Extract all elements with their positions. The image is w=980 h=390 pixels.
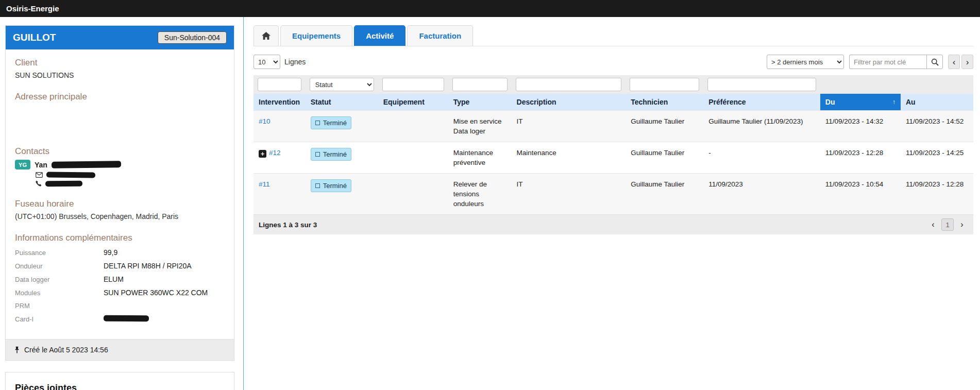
cell-status: Terminé — [306, 174, 378, 215]
cell-au: 11/09/2023 - 14:25 — [901, 142, 973, 174]
sort-asc-icon: ↑ — [892, 98, 895, 106]
prev-period-button[interactable]: ‹ — [948, 55, 960, 69]
solution-reference-badge: Sun-Solution-004 — [158, 31, 227, 44]
info-value: 99,9 — [104, 248, 117, 257]
cell-equipment — [378, 174, 448, 215]
info-value: SUN POWER 360WC X22 COM — [104, 289, 208, 297]
address-empty — [15, 105, 225, 134]
filter-au-empty — [901, 75, 973, 94]
client-card-footer: Créé le Août 5 2023 14:56 — [6, 339, 234, 360]
status-label: Terminé — [323, 149, 347, 159]
cell-description: IT — [512, 174, 626, 215]
tab-activite[interactable]: Activité — [354, 25, 405, 46]
col-statut[interactable]: Statut — [306, 94, 378, 111]
cell-description: IT — [512, 111, 626, 142]
status-badge: Terminé — [311, 148, 351, 161]
attachments-title: Pièces jointes — [15, 383, 225, 390]
main-content: Equipements Activité Facturation 10 Lign… — [254, 17, 973, 234]
additional-info-heading: Informations complémentaires — [15, 233, 225, 243]
filter-technician-input[interactable] — [630, 78, 699, 91]
app-title: Osiris-Energie — [6, 4, 59, 13]
contact-email-line[interactable] — [36, 172, 225, 178]
status-square-icon — [315, 152, 320, 157]
col-intervention[interactable]: Intervention — [254, 94, 306, 111]
tab-facturation[interactable]: Facturation — [407, 25, 473, 46]
cell-type: Mise en service Data loger — [448, 111, 512, 142]
info-label: PRM — [15, 302, 104, 310]
app-title-bar: Osiris-Energie — [0, 0, 980, 17]
cell-intervention: #10 — [254, 111, 306, 142]
filter-intervention-input[interactable] — [258, 78, 301, 91]
interventions-table: Statut Intervention Statut Equipement Ty… — [254, 75, 973, 214]
cell-intervention: #11 — [254, 174, 306, 215]
keyword-search-group — [849, 55, 943, 69]
page-layout: GUILLOT Sun-Solution-004 Client SUN SOLU… — [0, 17, 980, 390]
col-type[interactable]: Type — [448, 94, 512, 111]
col-description[interactable]: Description — [512, 94, 626, 111]
redacted-contact-phone — [45, 180, 82, 186]
intervention-link[interactable]: #11 — [259, 180, 270, 188]
cell-status: Terminé — [306, 111, 378, 142]
tab-equipements[interactable]: Equipements — [280, 25, 352, 46]
filter-preference-input[interactable] — [707, 78, 816, 91]
cell-type: Relever de tensions onduleurs — [448, 174, 512, 215]
table-row: #10TerminéMise en service Data logerITGu… — [254, 111, 973, 142]
keyword-filter-input[interactable] — [849, 55, 926, 69]
cell-technician: Guillaume Taulier — [626, 142, 703, 174]
next-page-button[interactable]: › — [956, 218, 968, 231]
status-square-icon — [315, 121, 320, 125]
table-body: Statut Intervention Statut Equipement Ty… — [254, 75, 973, 214]
intervention-link[interactable]: #12 — [269, 149, 281, 157]
table-row: +#12TerminéMaintenance préventiveMainten… — [254, 142, 973, 174]
info-row: PRM — [15, 302, 225, 310]
client-card-header: GUILLOT Sun-Solution-004 — [6, 26, 234, 49]
contact-phone-line[interactable] — [36, 180, 225, 186]
next-period-button[interactable]: › — [961, 55, 973, 69]
period-pager: ‹ › — [948, 55, 973, 69]
cell-preference: 11/09/2023 — [703, 174, 820, 215]
col-au[interactable]: Au — [901, 94, 973, 111]
client-card: GUILLOT Sun-Solution-004 Client SUN SOLU… — [5, 25, 234, 361]
intervention-link[interactable]: #10 — [259, 117, 271, 125]
address-heading: Adresse principale — [15, 92, 225, 102]
redacted-contact-name — [52, 161, 121, 168]
client-name: SUN SOLUTIONS — [15, 71, 225, 79]
filter-type-input[interactable] — [452, 78, 508, 91]
info-label: Data logger — [15, 276, 104, 283]
page-1-button[interactable]: 1 — [941, 218, 954, 231]
contacts-heading: Contacts — [15, 146, 225, 157]
col-du[interactable]: Du ↑ — [820, 94, 901, 111]
filter-du-empty — [820, 75, 901, 94]
filter-description-input[interactable] — [516, 78, 622, 91]
pin-icon — [14, 346, 20, 354]
panel-divider[interactable] — [243, 17, 244, 390]
client-card-title: GUILLOT — [13, 32, 56, 43]
redacted-contact-email — [46, 172, 95, 178]
tab-home[interactable] — [254, 25, 279, 46]
cell-preference: - — [703, 142, 820, 174]
prev-page-button[interactable]: ‹ — [927, 218, 939, 231]
col-du-label: Du — [825, 98, 835, 106]
col-technicien[interactable]: Technicien — [626, 94, 703, 111]
info-row: Data loggerELUM — [15, 275, 225, 283]
info-label: Modules — [15, 289, 104, 297]
search-button[interactable] — [926, 55, 943, 69]
rows-label: Lignes — [284, 58, 306, 66]
table-footer: Lignes 1 à 3 sur 3 ‹ 1 › — [254, 214, 973, 234]
table-header-row: Intervention Statut Equipement Type Desc… — [254, 94, 973, 111]
col-equipement[interactable]: Equipement — [378, 94, 448, 111]
status-badge: Terminé — [311, 116, 351, 129]
timezone-heading: Fuseau horaire — [15, 199, 225, 209]
contact-item: YG Yan — [15, 160, 225, 186]
filter-status-select[interactable]: Statut — [310, 78, 374, 91]
filter-equipment-input[interactable] — [382, 78, 444, 91]
cell-description: Maintenance — [512, 142, 626, 174]
col-preference[interactable]: Préférence — [703, 94, 820, 111]
expand-row-icon[interactable]: + — [259, 150, 266, 158]
page-size-select[interactable]: 10 — [254, 55, 280, 69]
period-filter-select[interactable]: > 2 derniers mois — [767, 55, 844, 69]
search-icon — [931, 58, 939, 66]
info-label: Puissance — [15, 249, 104, 257]
cell-au: 11/09/2023 - 14:52 — [901, 111, 973, 142]
info-row: ModulesSUN POWER 360WC X22 COM — [15, 289, 225, 297]
